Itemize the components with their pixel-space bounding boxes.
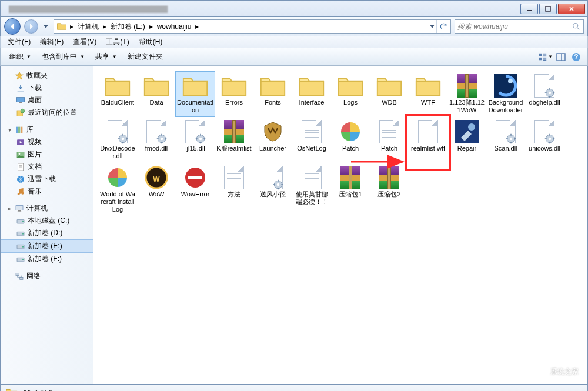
file-item[interactable]: Data [137, 72, 176, 116]
organize-button[interactable]: 组织▼ [4, 49, 36, 64]
svg-point-27 [18, 193, 20, 195]
file-item[interactable]: Logs [331, 72, 370, 116]
sidebar-drive-3[interactable]: 新加卷 (F:) [1, 253, 93, 265]
file-item[interactable]: Documentation [176, 72, 215, 116]
svg-rect-41 [20, 277, 23, 279]
file-item[interactable]: unicows.dll [525, 118, 564, 162]
dll-icon [142, 120, 171, 143]
sidebar-favorites[interactable]: 收藏夹 [1, 69, 93, 82]
file-item[interactable]: K服realmlist [215, 118, 253, 162]
vid-icon [16, 138, 25, 147]
file-item[interactable]: DivxDecoder.dll [98, 118, 137, 162]
file-item[interactable]: Patch [331, 118, 370, 162]
sidebar-drive-1[interactable]: 新加卷 (D:) [1, 227, 93, 239]
file-item[interactable]: BaiduClient [98, 72, 137, 116]
file-item[interactable]: World of Warcraft Install Log [98, 163, 137, 216]
sidebar-lib-1[interactable]: 图片 [1, 148, 93, 161]
include-library-button[interactable]: 包含到库中▼ [36, 49, 90, 64]
txt-icon [298, 166, 326, 189]
file-item[interactable]: Fonts [253, 72, 292, 116]
chevron-right-icon[interactable]: ▸ [101, 22, 108, 31]
file-item[interactable]: 使用莫甘娜端必读！！ [292, 163, 331, 216]
sidebar-network[interactable]: 网络 [1, 270, 93, 282]
help-button[interactable]: ? [569, 51, 584, 64]
file-item[interactable]: Scan.dll [486, 118, 525, 162]
chevron-right-icon[interactable]: ▸ [148, 22, 155, 31]
menu-edit[interactable]: 编辑(E) [35, 36, 68, 48]
sidebar-lib-2[interactable]: 文档 [1, 161, 93, 173]
file-list[interactable]: BaiduClientDataDocumentationErrorsFontsI… [93, 66, 587, 384]
svg-rect-9 [557, 54, 565, 61]
crumb-drive[interactable]: 新加卷 (E:) [108, 20, 148, 33]
address-dropdown[interactable] [428, 22, 436, 31]
file-item[interactable]: WWoW [137, 163, 176, 216]
address-bar[interactable]: ▸ 计算机 ▸ 新加卷 (E:) ▸ wowhuaijiu ▸ [54, 19, 451, 34]
sidebar-lib-3[interactable]: 迅雷下载 [1, 173, 93, 185]
file-item[interactable]: Launcher [253, 118, 292, 162]
svg-rect-7 [543, 57, 546, 58]
file-item[interactable]: 压缩包1 [331, 163, 370, 216]
minimize-button[interactable] [520, 4, 538, 14]
file-item[interactable]: Patch [370, 118, 409, 162]
folder-icon [336, 74, 365, 98]
chevron-right-icon[interactable]: ▸ [68, 22, 75, 31]
folder-icon [259, 74, 287, 98]
file-label: World of Warcraft Install Log [99, 191, 136, 213]
dll-icon [492, 120, 520, 143]
sidebar-drive-0[interactable]: 本地磁盘 (C:) [1, 215, 93, 227]
view-mode-button[interactable]: ▼ [538, 51, 553, 64]
crumb-folder[interactable]: wowhuaijiu [155, 20, 194, 33]
file-label: DivxDecoder.dll [99, 145, 136, 160]
menu-tools[interactable]: 工具(T) [101, 36, 133, 48]
chevron-right-icon[interactable]: ▸ [193, 22, 201, 31]
file-item[interactable]: realmlist.wtf [409, 118, 447, 162]
file-item[interactable]: dbghelp.dll [525, 72, 564, 116]
sidebar-fav-1[interactable]: 桌面 [1, 94, 93, 106]
file-item[interactable]: 方法 [215, 163, 253, 216]
share-button[interactable]: 共享▼ [90, 49, 122, 64]
preview-pane-button[interactable] [553, 51, 569, 64]
refresh-button[interactable] [436, 20, 449, 33]
file-item[interactable]: Interface [292, 72, 331, 116]
file-item[interactable]: WTF [409, 72, 447, 116]
svg-point-22 [19, 153, 21, 155]
file-label: 方法 [228, 191, 240, 198]
file-item[interactable]: 压缩包2 [370, 163, 409, 216]
sidebar-fav-2[interactable]: 最近访问的位置 [1, 106, 93, 119]
new-folder-button[interactable]: 新建文件夹 [122, 49, 168, 64]
sidebar-drive-2[interactable]: 新加卷 (E:) [1, 239, 93, 253]
maximize-button[interactable] [539, 4, 557, 14]
file-label: Fonts [265, 99, 281, 106]
menu-file[interactable]: 文件(F) [3, 36, 35, 48]
sidebar-lib-4[interactable]: 音乐 [1, 185, 93, 198]
forward-button[interactable] [24, 19, 38, 34]
menu-help[interactable]: 帮助(H) [134, 36, 168, 48]
file-label: Data [149, 99, 163, 106]
file-item[interactable]: 送风小径 [253, 163, 292, 216]
search-box[interactable] [455, 19, 584, 34]
back-button[interactable] [4, 18, 21, 35]
svg-point-69 [468, 123, 475, 131]
history-dropdown[interactable] [42, 22, 50, 31]
search-input[interactable] [457, 22, 572, 31]
svg-point-2 [573, 24, 578, 28]
file-item[interactable]: BackgroundDownloader [486, 72, 525, 116]
file-item[interactable]: WDB [370, 72, 409, 116]
file-item[interactable]: 1.123降1.121WoW [447, 72, 486, 116]
file-item[interactable]: ijl15.dll [176, 118, 215, 162]
sidebar-computer[interactable]: ▸计算机 [1, 202, 93, 215]
file-item[interactable]: OsNetLog [292, 118, 331, 162]
file-item[interactable]: WowError [176, 163, 215, 216]
folder-icon [5, 387, 18, 391]
file-item[interactable]: Errors [215, 72, 253, 116]
menu-view[interactable]: 查看(V) [68, 36, 101, 48]
file-item[interactable]: Repair [447, 118, 486, 162]
sidebar-lib-0[interactable]: 视频 [1, 136, 93, 148]
file-label: WDB [382, 99, 397, 106]
crumb-computer[interactable]: 计算机 [75, 20, 101, 33]
folder-icon [375, 74, 403, 98]
file-item[interactable]: fmod.dll [137, 118, 176, 162]
sidebar-libraries[interactable]: ▾库 [1, 123, 93, 136]
close-button[interactable] [558, 4, 585, 14]
sidebar-fav-0[interactable]: 下载 [1, 82, 93, 94]
